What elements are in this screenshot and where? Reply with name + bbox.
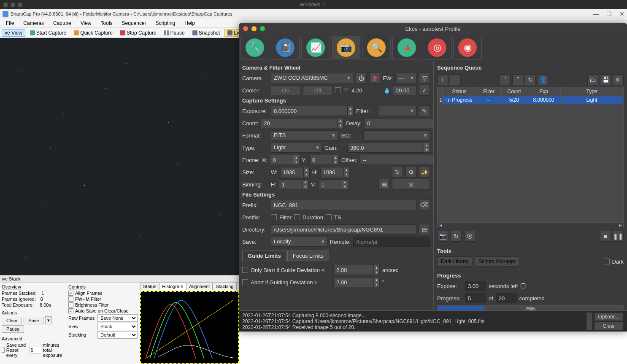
- options-button[interactable]: Options...: [594, 313, 624, 321]
- observer-info-button[interactable]: 👤: [538, 74, 549, 85]
- live-view-button[interactable]: ve View: [2, 29, 25, 37]
- postfix-filter-checkbox[interactable]: [271, 214, 277, 220]
- minimize-button[interactable]: [251, 26, 257, 31]
- count-input[interactable]: [261, 118, 338, 128]
- focus-limits-tab[interactable]: Focus Limits: [287, 251, 329, 261]
- type-select[interactable]: Light: [271, 143, 322, 153]
- offset-input[interactable]: [360, 155, 434, 165]
- exposure-spinner[interactable]: ▲▼: [348, 106, 354, 116]
- remote-input[interactable]: [353, 237, 430, 247]
- iso-select[interactable]: [363, 130, 430, 140]
- exposure-input[interactable]: [271, 106, 348, 116]
- x-spinner[interactable]: ▲▼: [293, 155, 299, 165]
- gain-spinner[interactable]: ▲▼: [424, 143, 430, 153]
- raw-frames-select[interactable]: Save None: [97, 314, 138, 322]
- bv-spinner[interactable]: ▲▼: [342, 179, 348, 189]
- dark-library-button[interactable]: Dark Library: [437, 256, 472, 267]
- abort-spinner[interactable]: ▲▼: [374, 277, 380, 287]
- prefix-input[interactable]: [271, 200, 416, 210]
- tab-setup[interactable]: 🔧: [241, 36, 269, 59]
- scripts-manager-button[interactable]: Scripts Manager: [475, 256, 519, 267]
- start-capture-button[interactable]: Start Capture: [27, 29, 69, 37]
- abort-checkbox[interactable]: [242, 279, 248, 285]
- cooler-on-button[interactable]: On: [271, 85, 300, 95]
- dark-checkbox[interactable]: [604, 259, 610, 264]
- tab-mount[interactable]: ◉: [453, 36, 482, 59]
- frame-y-input[interactable]: [309, 155, 333, 165]
- apply-temp-button[interactable]: ✓: [419, 85, 430, 96]
- abort-input[interactable]: [333, 277, 374, 287]
- calibration-button[interactable]: ⚙: [405, 167, 416, 178]
- directory-input[interactable]: [271, 224, 416, 235]
- tab-focus[interactable]: 🔍: [362, 36, 391, 59]
- tab-alignment[interactable]: Alignment: [186, 283, 213, 290]
- minimize-button[interactable]: —: [593, 11, 599, 17]
- edit-filter-button[interactable]: ✎: [419, 105, 430, 116]
- save-queue-as-button[interactable]: ⎘: [613, 74, 624, 85]
- menu-capture[interactable]: Capture: [49, 19, 76, 27]
- histogram-plot[interactable]: [140, 291, 239, 364]
- tab-stacking[interactable]: Stacking: [213, 283, 236, 290]
- tab-capture[interactable]: 📷: [332, 36, 360, 59]
- menu-scripting[interactable]: Scripting: [151, 19, 180, 27]
- preview-button[interactable]: 📷: [437, 231, 448, 242]
- camera-select[interactable]: ZWO CCD ASI385MC: [271, 73, 353, 83]
- cooler-off-button[interactable]: Off: [303, 85, 332, 95]
- observer-button[interactable]: ◎: [392, 179, 430, 190]
- frame-x-input[interactable]: [270, 155, 293, 165]
- tab-scheduler[interactable]: 📓: [271, 36, 300, 59]
- close-button[interactable]: ✕: [619, 11, 624, 17]
- w-spinner[interactable]: ▲▼: [304, 167, 310, 177]
- fwhm-filter-checkbox[interactable]: [68, 297, 73, 302]
- move-down-button[interactable]: ˅: [512, 74, 523, 85]
- delay-input[interactable]: [364, 118, 434, 128]
- tab-align[interactable]: 🔺: [392, 36, 421, 59]
- delete-button[interactable]: 🗑: [369, 73, 380, 84]
- maximize-button[interactable]: ☐: [606, 11, 612, 17]
- save-dropdown-button[interactable]: ▾: [45, 316, 52, 324]
- open-queue-button[interactable]: 🗁: [587, 74, 598, 85]
- save-queue-button[interactable]: 💾: [600, 74, 611, 85]
- only-start-spinner[interactable]: ▲▼: [374, 265, 380, 275]
- tab-histogram[interactable]: Histogram: [159, 283, 186, 290]
- save-reset-checkbox[interactable]: [2, 348, 5, 353]
- custom-props-button[interactable]: ▤: [378, 179, 389, 190]
- menu-tools[interactable]: Tools: [97, 19, 117, 27]
- stop-capture-button[interactable]: Stop Capture: [117, 29, 159, 37]
- rotator-button[interactable]: ✨: [419, 167, 430, 178]
- auto-save-checkbox[interactable]: ✓: [68, 308, 73, 313]
- clear-button[interactable]: Clear: [2, 317, 22, 324]
- live-video-button[interactable]: ⦿: [464, 231, 475, 242]
- queue-row[interactable]: 1 In Progress -- 5/20 8.000000 Light: [438, 96, 623, 104]
- postfix-duration-checkbox[interactable]: [294, 214, 300, 220]
- pause-button[interactable]: Pause: [161, 29, 188, 37]
- add-job-button[interactable]: +: [437, 74, 448, 85]
- close-button[interactable]: [243, 26, 248, 31]
- cooler-target-input[interactable]: [393, 85, 416, 95]
- snapshot-button[interactable]: Snapshot: [189, 29, 223, 37]
- menu-file[interactable]: File: [2, 19, 18, 27]
- only-start-input[interactable]: [333, 265, 374, 275]
- quick-capture-button[interactable]: Quick Capture: [71, 29, 116, 37]
- clear-log-button[interactable]: Clear: [594, 322, 624, 330]
- menu-sequencer[interactable]: Sequencer: [118, 19, 151, 27]
- tab-status[interactable]: Status: [140, 283, 159, 290]
- brightness-filter-checkbox[interactable]: [68, 302, 73, 307]
- tab-analyze[interactable]: 📈: [301, 36, 330, 59]
- size-h-input[interactable]: [320, 167, 344, 177]
- zoom-button[interactable]: [260, 26, 265, 31]
- power-button[interactable]: ⏻: [356, 73, 367, 84]
- star-field-image[interactable]: [0, 38, 239, 275]
- y-spinner[interactable]: ▲▼: [333, 155, 339, 165]
- menu-help[interactable]: Help: [180, 19, 199, 27]
- filter-wheel-select[interactable]: ---: [395, 73, 416, 83]
- filter-select[interactable]: [379, 106, 416, 116]
- move-up-button[interactable]: ˄: [500, 74, 511, 85]
- temp-checkbox[interactable]: [335, 87, 341, 93]
- log-scrollbar[interactable]: [586, 313, 592, 330]
- postfix-ts-checkbox[interactable]: [326, 214, 332, 220]
- save-button[interactable]: Save: [24, 317, 43, 324]
- pause-stack-button[interactable]: Pause: [2, 325, 24, 333]
- bin-v-input[interactable]: [319, 179, 342, 189]
- format-select[interactable]: FITS: [271, 130, 338, 140]
